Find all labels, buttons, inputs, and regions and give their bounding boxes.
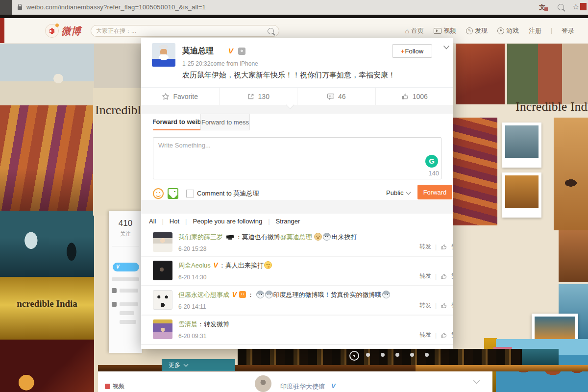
thumb-up-icon[interactable] [441, 244, 447, 250]
background-photo-taj-sky [0, 42, 94, 105]
comment-username[interactable]: 雪清晨 [178, 320, 197, 328]
comment-count-button[interactable]: 46 [297, 88, 376, 105]
carousel-dot[interactable] [410, 353, 414, 357]
search-input[interactable]: 大家正在搜：... [91, 25, 279, 37]
avatar[interactable] [153, 232, 172, 252]
comment-like-link[interactable]: 赞 [451, 331, 453, 339]
post-content: 农历鼠年伊始，祝大家新年快乐！！祝你们万事如意，幸福安康！ [182, 71, 442, 80]
url-text[interactable]: weibo.com/indianembassy?refer_flag=10050… [26, 3, 206, 11]
comment-like-link[interactable]: 赞 [451, 272, 453, 280]
comment-like-link[interactable]: 赞 [451, 301, 453, 310]
post-timestamp: 1-25 20:32come from iPhone [182, 60, 258, 67]
photo-carousel-strip [238, 349, 559, 365]
favorite-button[interactable]: Favorite [141, 88, 220, 105]
browser-address-bar: weibo.com/indianembassy?refer_flag=10050… [0, 0, 588, 15]
video-label: 视频 [113, 382, 124, 391]
comment-forward-link[interactable]: 转发 [419, 243, 431, 251]
embassy-name-link[interactable]: 印度驻华大使馆 [280, 382, 325, 391]
video-tab-fragment[interactable]: 视频 [105, 382, 124, 391]
nav-login-label: 登录 [562, 26, 574, 35]
follow-button[interactable]: + Follow [392, 44, 432, 58]
visibility-select[interactable]: Public [386, 189, 403, 196]
emoji-picker-icon[interactable] [153, 188, 164, 199]
avatar[interactable] [152, 43, 175, 67]
carousel-dot[interactable] [366, 353, 370, 357]
chevron-down-icon[interactable] [406, 192, 411, 196]
tab-forward-to-message[interactable]: Forward to mess [200, 114, 250, 130]
weibo-logo[interactable]: 微博 [45, 24, 81, 38]
comment-text: 真人出来挨打 [225, 262, 264, 269]
thumb-up-icon[interactable] [441, 332, 447, 339]
nav-home-label: 首页 [411, 26, 424, 35]
nav-discover[interactable]: 发现 [466, 26, 488, 35]
comment-line: 我们家的薛三岁 ：莫迪也有微博@莫迪总理 出来挨打 [178, 233, 404, 242]
comment-username[interactable]: 但愿永远心想事成 [178, 291, 229, 298]
compose-textarea[interactable] [153, 137, 441, 179]
more-button[interactable]: 更多 [162, 359, 235, 371]
comment-forward-link[interactable]: 转发 [419, 272, 431, 280]
comment-forward-link[interactable]: 转发 [419, 301, 431, 310]
medal-badge-icon [239, 291, 246, 298]
comment-actions: 转发 | 赞 [419, 243, 453, 251]
comment-time: 6-20 14:30 [178, 274, 206, 281]
comment-forward-link[interactable]: 转发 [419, 331, 431, 339]
chevron-down-icon[interactable] [473, 377, 480, 384]
skeleton-text [120, 320, 136, 324]
grammarly-icon[interactable] [425, 155, 438, 168]
carousel-dot[interactable] [381, 353, 385, 357]
translate-icon[interactable] [539, 3, 547, 11]
forward-count: 130 [258, 93, 270, 100]
avatar[interactable] [153, 319, 172, 339]
carousel-dot[interactable] [425, 353, 429, 357]
nav-register[interactable]: 注册 [529, 26, 541, 35]
following-count: 410 [109, 219, 142, 228]
comment-like-link[interactable]: 赞 [451, 243, 453, 251]
v-badge-blue-icon [331, 382, 336, 390]
comment-username[interactable]: 我们家的薛三岁 [178, 233, 223, 241]
member-pill-button[interactable] [113, 263, 139, 271]
filter-all[interactable]: All [149, 218, 156, 225]
background-paper-top [94, 42, 142, 88]
husky-emoji [323, 233, 331, 241]
weibo-logo-text: 微博 [61, 24, 81, 38]
forward-count-button[interactable]: 130 [220, 88, 298, 105]
menu-icon [112, 288, 117, 293]
tab-forward-to-weibo[interactable]: Forward to weib [153, 114, 200, 130]
window-red-fragment [580, 3, 587, 10]
avatar[interactable] [153, 290, 172, 310]
nav-video[interactable]: 视频 [434, 26, 456, 35]
filter-hot[interactable]: Hot [170, 218, 179, 225]
mention-link[interactable]: @莫迪总理 [280, 233, 312, 241]
divider: | [435, 244, 437, 250]
comment-checkbox[interactable] [186, 190, 194, 197]
nav-home[interactable]: 首页 [405, 26, 424, 35]
search-icon[interactable] [558, 4, 564, 10]
chevron-down-icon[interactable] [443, 45, 450, 50]
menu-icon [112, 302, 117, 307]
like-count-button[interactable]: 1006 [376, 88, 454, 105]
image-upload-icon[interactable] [168, 188, 178, 199]
colon: ： [247, 291, 254, 298]
comment-line: 周全Aeolus ：真人出来挨打 [178, 261, 404, 270]
forward-submit-button[interactable]: Forward [417, 185, 452, 199]
post-author-name[interactable]: 莫迪总理 [182, 46, 214, 56]
filter-stranger[interactable]: Stranger [276, 218, 300, 225]
divider: | [185, 218, 187, 225]
bookmark-star-icon[interactable] [572, 2, 579, 11]
background-photo-dancers [456, 42, 505, 104]
thumb-up-icon[interactable] [441, 273, 447, 280]
weibo-eye-icon [45, 24, 59, 38]
comment-username[interactable]: 周全Aeolus [178, 262, 211, 269]
compose-area [153, 137, 441, 179]
thumb-up-icon[interactable] [441, 302, 447, 309]
compose-icon [466, 27, 473, 34]
avatar[interactable] [153, 261, 172, 280]
forward-tabs: Forward to weib Forward to mess [141, 114, 453, 130]
filter-following[interactable]: People you are following [193, 218, 262, 225]
nav-login[interactable]: 登录 [562, 26, 574, 35]
background-photo-landscape [507, 42, 588, 104]
carousel-dot[interactable] [395, 353, 399, 357]
skeleton-text [112, 277, 139, 281]
nav-game[interactable]: 游戏 [497, 26, 519, 35]
background-red-edge [0, 18, 4, 43]
